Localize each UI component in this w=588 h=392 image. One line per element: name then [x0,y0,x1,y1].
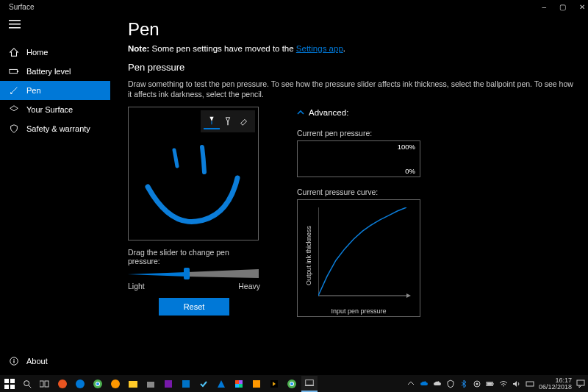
page-title: Pen [128,19,575,40]
minimize-button[interactable]: – [542,3,546,11]
content-area: Pen Note: Some pen settings have moved t… [110,13,588,375]
slider-heavy-label: Heavy [238,282,260,291]
tray-cloud-icon[interactable] [433,379,442,388]
svg-rect-49 [487,382,492,385]
taskbar[interactable]: 16:17 06/12/2018 [0,375,588,392]
task-view-button[interactable] [37,376,53,392]
svg-rect-36 [235,384,239,388]
shield-icon [9,124,19,134]
taskbar-app-chrome[interactable] [90,376,106,392]
hamburger-button[interactable] [3,16,26,32]
sidebar-item-about[interactable]: About [0,352,110,371]
maximize-button[interactable]: ▢ [559,3,566,11]
note-period: . [343,44,345,53]
sidebar-item-pen[interactable]: Pen [0,81,110,100]
pressure-curve-chart: Output ink thickness Input pen pressure [297,199,420,317]
taskbar-app-chrome2[interactable] [284,376,300,392]
svg-rect-16 [4,379,9,383]
titlebar: Surface – ▢ ✕ [0,0,588,13]
svg-rect-33 [182,380,190,388]
taskbar-app-ubuntu[interactable] [54,376,71,392]
advanced-label: Advanced: [309,108,348,117]
chevron-up-icon [297,109,304,116]
svg-rect-50 [526,382,534,386]
svg-line-21 [29,385,32,388]
svg-rect-2 [9,27,21,29]
svg-rect-3 [10,69,18,73]
action-center-icon[interactable] [576,379,585,388]
svg-rect-0 [9,20,21,21]
sidebar-item-your-surface[interactable]: Your Surface [0,100,110,119]
taskbar-app-sublime[interactable] [248,376,265,392]
taskbar-app-outlook[interactable] [178,376,194,392]
taskbar-app-onenote[interactable] [160,376,176,392]
svg-marker-10 [128,272,187,277]
svg-point-42 [290,382,293,385]
curve-plot [318,207,414,303]
svg-rect-43 [306,379,314,385]
tray-keyboard-icon[interactable] [526,379,534,388]
instruction-text: Draw something to test the pen pressure.… [128,79,575,99]
sidebar-item-label: Safety & warranty [26,124,90,133]
tray-wifi-icon[interactable] [499,379,508,388]
drawing-canvas[interactable] [128,107,259,240]
tray-location-icon[interactable] [473,379,481,388]
ballpoint-pen-tool[interactable] [204,113,220,129]
taskbar-clock[interactable]: 16:17 06/12/2018 [539,377,572,391]
tray-defender-icon[interactable] [446,379,455,388]
tray-volume-icon[interactable] [512,379,521,388]
tray-bluetooth-icon[interactable] [459,379,468,388]
slider-handle[interactable] [184,268,190,279]
svg-marker-14 [406,293,411,298]
pressure-100: 100% [398,143,415,151]
sidebar-item-label: Battery level [26,67,71,76]
sidebar-item-safety[interactable]: Safety & warranty [0,119,110,138]
svg-rect-31 [147,382,154,388]
slider-label: Drag the slider to change pen pressure: [128,248,260,266]
taskbar-app-firefox[interactable] [107,376,123,392]
tray-overflow-icon[interactable] [406,379,415,388]
tray-battery-icon[interactable] [486,379,495,388]
sidebar-item-home[interactable]: Home [0,43,110,62]
svg-rect-7 [13,359,14,360]
advanced-toggle[interactable]: Advanced: [297,108,575,117]
svg-rect-38 [253,380,260,388]
taskbar-app-surface[interactable] [301,376,318,392]
tray-onedrive-icon[interactable] [420,379,429,388]
settings-app-link[interactable]: Settings app [296,44,343,53]
taskbar-app-store[interactable] [143,376,159,392]
note-bold: Note: [128,44,149,53]
svg-rect-19 [10,385,15,389]
pencil-tool[interactable] [220,113,236,129]
pen-icon [9,85,19,96]
svg-rect-32 [165,380,172,388]
svg-point-25 [76,379,85,388]
search-button[interactable] [19,376,35,392]
taskbar-app-explorer[interactable] [125,376,141,392]
svg-rect-18 [4,385,9,389]
app-body: Home Battery level Pen Your Surface Safe… [0,13,588,375]
battery-icon [9,66,19,76]
taskbar-app-todo[interactable] [196,376,212,392]
start-button[interactable] [1,376,18,392]
svg-rect-51 [577,380,584,385]
taskbar-app-azure[interactable] [213,376,229,392]
current-curve-label: Current pressure curve: [297,188,575,196]
taskbar-app-plex[interactable] [266,376,282,392]
sidebar-item-battery[interactable]: Battery level [0,62,110,81]
sidebar-item-label: Your Surface [26,105,73,114]
info-icon [9,356,19,366]
device-icon [9,104,19,115]
current-pressure-label: Current pen pressure: [297,129,575,138]
pressure-slider[interactable]: Light Heavy [128,268,260,291]
reset-button[interactable]: Reset [159,298,229,316]
svg-rect-4 [17,71,18,72]
close-button[interactable]: ✕ [579,3,585,11]
eraser-tool[interactable] [236,113,252,129]
taskbar-app-figma[interactable] [231,376,247,392]
svg-point-20 [24,380,29,385]
note-body: Some pen settings have moved to the [149,44,295,53]
svg-rect-9 [227,122,228,125]
nav-list: Home Battery level Pen Your Surface Safe… [0,43,110,138]
taskbar-app-edge[interactable] [72,376,88,392]
